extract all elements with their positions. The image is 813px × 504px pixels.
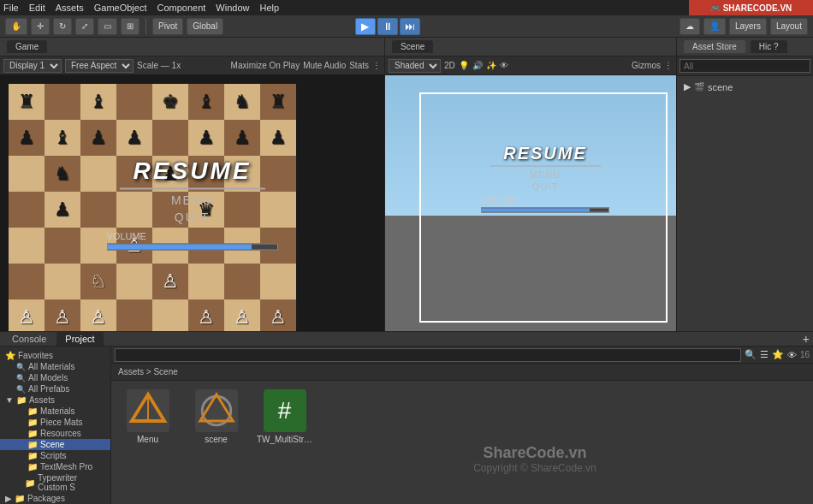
menu-window[interactable]: Window [216,3,249,13]
chess-cell-6-4 [152,299,188,331]
typewriter-label: Typewriter Custom S [38,473,105,492]
textmesh-item[interactable]: 📁 TextMesh Pro [0,461,110,472]
collab-btn[interactable]: ☁ [679,18,700,35]
menu-bar: File Edit Assets GameObject Component Wi… [0,0,813,15]
maximize-label[interactable]: Maximize On Play [231,61,300,70]
logo-text: SHARECODE.VN [723,3,792,13]
menu-help[interactable]: Help [259,3,279,13]
scene-tab[interactable]: Scene [392,40,433,53]
menu-asset-label: Menu [137,435,158,444]
resources-label: Resources [40,429,81,438]
star-icon: ⭐ [5,351,15,360]
resources-item[interactable]: 📁 Resources [0,428,110,439]
right-sidebar: Asset Store Hic ? ▶ 🎬 scene [676,38,813,331]
file-tree: ⭐ Favorites 🔍 All Materials 🔍 All Models… [0,347,111,504]
project-search[interactable] [115,348,741,362]
all-models-item[interactable]: 🔍 All Models [0,372,110,383]
chess-cell-1-2: ♟ [80,120,116,156]
chess-cell-6-5: ♙ [188,299,224,331]
pause-button[interactable]: ⏸ [377,18,398,35]
scene-item[interactable]: 📁 Scene [0,439,110,450]
chess-cell-3-0 [9,192,45,228]
stats-label[interactable]: Stats [349,61,369,70]
pivot-btn[interactable]: Pivot [152,18,183,35]
layout-btn[interactable]: Layout [770,18,808,35]
all-prefabs-item[interactable]: 🔍 All Prefabs [0,383,110,394]
main-area: Game Display 1 Free Aspect Scale — 1x Ma… [0,38,813,331]
hic-tab[interactable]: Hic ? [751,40,787,53]
menu-button[interactable]: MENU [107,193,278,206]
aspect-select[interactable]: Free Aspect [65,59,134,73]
favorites-folder[interactable]: ⭐ Favorites [0,350,110,361]
piece-mats-item[interactable]: 📁 Piece Mats [0,417,110,428]
eye-icon[interactable]: 👁 [787,350,797,360]
scene-file-icon: 🎬 [694,82,704,92]
menu-file[interactable]: File [3,3,19,13]
quit-button[interactable]: QUIT [107,210,278,223]
project-tab[interactable]: Project [56,332,103,346]
chess-cell-2-1: ♞ [45,156,80,192]
2d-label[interactable]: 2D [444,61,455,70]
hierarchy-search[interactable] [679,59,810,73]
bottom-content: ⭐ Favorites 🔍 All Materials 🔍 All Models… [0,347,813,504]
gizmos-label[interactable]: Gizmos [632,61,661,70]
shaded-select[interactable]: Shaded [389,59,441,73]
scene-effects-icon[interactable]: ✨ [486,61,496,70]
hierarchy-item-scene[interactable]: ▶ 🎬 scene [677,80,813,94]
typewriter-item[interactable]: 📁 Typewriter Custom S [0,472,110,493]
sort-icon[interactable]: ☰ [760,349,768,360]
menu-gameobject[interactable]: GameObject [94,3,147,13]
breadcrumb-text: Assets > Scene [118,367,178,377]
global-btn[interactable]: Global [187,18,223,35]
scene-asset-item[interactable]: scene [188,389,244,499]
volume-bar[interactable] [107,243,278,250]
scene-resume-text: RESUME [481,143,609,163]
mute-label[interactable]: Mute Audio [303,61,346,70]
assets-folder[interactable]: ▼ 📁 Assets [0,394,110,406]
scripts-label: Scripts [40,451,67,460]
scene-options-icon[interactable]: ⋮ [664,61,673,70]
materials-item[interactable]: 📁 Materials [0,406,110,417]
rect-tool[interactable]: ▭ [98,18,117,35]
chess-cell-3-1: ♟ [45,192,80,228]
packages-folder[interactable]: ▶ 📁 Packages [0,493,110,504]
game-panel: Game Display 1 Free Aspect Scale — 1x Ma… [0,38,385,331]
tw-asset-item[interactable]: # TW_MultiStri... [257,389,312,499]
add-btn[interactable]: + [803,332,810,346]
pause-menu-overlay: RESUME MENU QUIT VOLUME [107,157,278,250]
transform-tool[interactable]: ⊞ [121,18,139,35]
scene-volume-label: VOLUME [481,196,609,205]
all-materials-item[interactable]: 🔍 All Materials [0,361,110,372]
chess-cell-0-2: ♝ [80,84,116,120]
hand-tool[interactable]: ✋ [5,18,27,35]
console-tab[interactable]: Console [3,332,55,346]
scene-folder-label: Scene [40,440,64,449]
account-btn[interactable]: 👤 [703,18,726,35]
display-select[interactable]: Display 1 [3,59,62,73]
menu-assets[interactable]: Assets [56,3,84,13]
star-filter-icon[interactable]: ⭐ [772,349,784,360]
scene-toolbar: Shaded 2D 💡 🔊 ✨ 👁 Gizmos ⋮ [385,56,676,75]
rotate-tool[interactable]: ↻ [53,18,72,35]
resume-button[interactable]: RESUME [107,157,278,184]
scene-light-icon[interactable]: 💡 [459,61,469,70]
step-button[interactable]: ⏭ [400,18,420,35]
scene-audio-icon[interactable]: 🔊 [472,61,483,70]
folder-icon-2: 📁 [27,406,38,416]
menu-component[interactable]: Component [157,3,205,13]
layers-btn[interactable]: Layers [729,18,767,35]
menu-asset-item[interactable]: Menu [120,389,175,499]
scene-hidden-icon[interactable]: 👁 [500,61,508,70]
game-options-icon[interactable]: ⋮ [372,61,381,70]
scale-tool[interactable]: ⤢ [75,18,94,35]
play-button[interactable]: ▶ [355,18,376,35]
search-icon-3: 🔍 [16,385,26,394]
volume-fill [108,244,252,249]
game-tab[interactable]: Game [7,40,47,53]
menu-edit[interactable]: Edit [29,3,45,13]
asset-store-tab[interactable]: Asset Store [684,40,745,53]
scene-panel: Scene Shaded 2D 💡 🔊 ✨ 👁 Gizmos ⋮ RESUME … [385,38,676,331]
scripts-item[interactable]: 📁 Scripts [0,450,110,461]
favorites-label: Favorites [18,351,53,360]
move-tool[interactable]: ✛ [31,18,50,35]
